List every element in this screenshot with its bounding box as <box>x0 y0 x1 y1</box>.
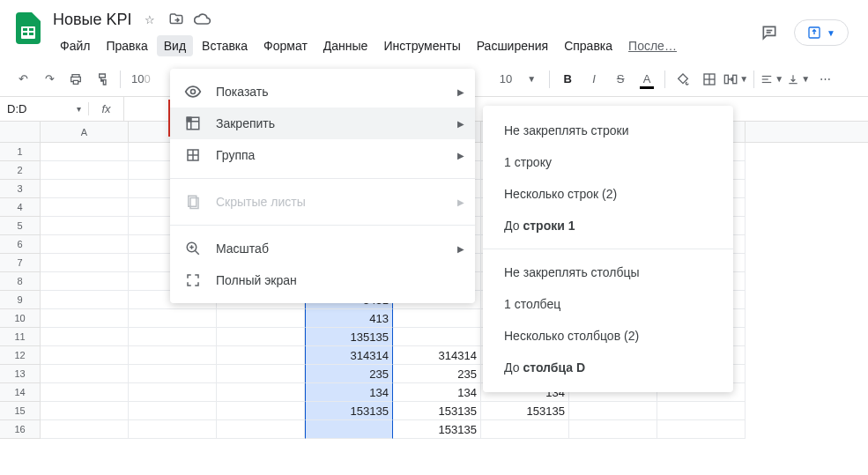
cell[interactable] <box>41 420 129 439</box>
cell[interactable] <box>305 420 393 439</box>
row-head[interactable]: 6 <box>0 235 41 254</box>
cell[interactable] <box>41 143 129 161</box>
cell[interactable]: 314314 <box>305 346 393 365</box>
cell[interactable] <box>129 328 217 346</box>
cell[interactable]: 153135 <box>393 402 481 420</box>
row-head[interactable]: 13 <box>0 365 41 383</box>
cell[interactable] <box>41 365 129 383</box>
cell[interactable]: 153135 <box>305 402 393 420</box>
cell[interactable]: 153135 <box>481 402 569 420</box>
cell[interactable]: 314314 <box>393 346 481 365</box>
view-freeze[interactable]: Закрепить ▶ <box>170 108 475 139</box>
cell[interactable] <box>217 346 305 365</box>
cell[interactable] <box>393 309 481 328</box>
cell[interactable] <box>41 328 129 346</box>
paint-format-button[interactable] <box>90 67 115 92</box>
view-fullscreen[interactable]: Полный экран <box>170 264 475 296</box>
fill-color-button[interactable] <box>671 67 695 92</box>
cell[interactable] <box>129 383 217 402</box>
borders-button[interactable] <box>697 67 722 92</box>
freeze-one-row[interactable]: 1 строку <box>483 146 733 178</box>
more-toolbar-button[interactable]: ⋯ <box>812 67 837 92</box>
cell[interactable] <box>129 402 217 420</box>
doc-title[interactable]: Новые KPI <box>53 11 132 29</box>
cell[interactable] <box>657 420 746 439</box>
cell[interactable] <box>657 402 746 420</box>
bold-button[interactable]: B <box>555 67 580 92</box>
cell[interactable] <box>217 420 305 439</box>
row-head[interactable]: 12 <box>0 346 41 365</box>
cell[interactable]: 413 <box>305 309 393 328</box>
row-head[interactable]: 1 <box>0 143 41 161</box>
text-color-button[interactable]: A <box>634 67 659 92</box>
freeze-no-rows[interactable]: Не закреплять строки <box>483 115 733 146</box>
move-icon[interactable] <box>167 11 185 28</box>
cell[interactable] <box>41 217 129 235</box>
halign-button[interactable]: ▼ <box>760 67 784 92</box>
cell[interactable] <box>41 180 129 198</box>
freeze-multi-rows[interactable]: Несколько строк (2) <box>483 178 733 210</box>
row-head[interactable]: 15 <box>0 402 41 420</box>
cell[interactable]: 153135 <box>393 420 481 439</box>
freeze-no-cols[interactable]: Не закреплять столбцы <box>483 256 733 288</box>
menu-last-edit[interactable]: После… <box>621 35 684 56</box>
cell[interactable]: 135135 <box>305 328 393 346</box>
view-group[interactable]: Группа ▶ <box>170 139 475 171</box>
cell[interactable]: 235 <box>393 365 481 383</box>
cell[interactable] <box>129 346 217 365</box>
cell[interactable] <box>217 309 305 328</box>
redo-button[interactable]: ↷ <box>37 67 62 92</box>
cell[interactable] <box>217 402 305 420</box>
freeze-upto-row[interactable]: Достроки 1 <box>483 210 733 241</box>
select-all-corner[interactable] <box>0 122 41 142</box>
cell[interactable] <box>569 420 657 439</box>
menu-extensions[interactable]: Расширения <box>470 35 555 56</box>
strike-button[interactable]: S <box>608 67 633 92</box>
row-head[interactable]: 9 <box>0 291 41 309</box>
view-zoom[interactable]: Масштаб ▶ <box>170 233 475 264</box>
cell[interactable] <box>569 402 657 420</box>
cloud-icon[interactable] <box>194 11 211 28</box>
cell[interactable] <box>129 420 217 439</box>
row-head[interactable]: 8 <box>0 272 41 291</box>
row-head[interactable]: 10 <box>0 309 41 328</box>
row-head[interactable]: 14 <box>0 383 41 402</box>
row-head[interactable]: 2 <box>0 161 41 180</box>
zoom-value[interactable]: 100 <box>126 72 156 85</box>
name-box[interactable]: D:D▾ <box>0 102 88 115</box>
cell[interactable]: 235 <box>305 365 393 383</box>
row-head[interactable]: 16 <box>0 420 41 439</box>
cell[interactable] <box>41 254 129 272</box>
cell[interactable] <box>481 420 569 439</box>
row-head[interactable]: 3 <box>0 180 41 198</box>
font-size[interactable]: 10 <box>494 72 517 85</box>
cell[interactable] <box>217 365 305 383</box>
freeze-multi-cols[interactable]: Несколько столбцов (2) <box>483 320 733 352</box>
undo-button[interactable]: ↶ <box>11 67 35 92</box>
cell[interactable] <box>41 309 129 328</box>
sheets-logo[interactable] <box>11 11 46 46</box>
cell[interactable] <box>217 328 305 346</box>
cell[interactable] <box>41 402 129 420</box>
cell[interactable] <box>217 383 305 402</box>
menu-tools[interactable]: Инструменты <box>376 35 467 56</box>
cell[interactable]: 134 <box>393 383 481 402</box>
share-button[interactable]: ▼ <box>794 19 849 46</box>
cell[interactable] <box>41 346 129 365</box>
menu-insert[interactable]: Вставка <box>195 35 255 56</box>
star-icon[interactable]: ☆ <box>141 11 159 28</box>
cell[interactable] <box>41 291 129 309</box>
cell[interactable] <box>41 383 129 402</box>
row-head[interactable]: 5 <box>0 217 41 235</box>
comments-icon[interactable] <box>760 24 778 41</box>
cell[interactable] <box>129 365 217 383</box>
freeze-upto-col[interactable]: Достолбца D <box>483 352 733 383</box>
view-show[interactable]: Показать ▶ <box>170 76 475 108</box>
cell[interactable] <box>129 309 217 328</box>
freeze-one-col[interactable]: 1 столбец <box>483 288 733 320</box>
row-head[interactable]: 4 <box>0 198 41 217</box>
font-size-dropdown[interactable]: ▼ <box>519 67 544 92</box>
menu-help[interactable]: Справка <box>557 35 619 56</box>
print-button[interactable] <box>63 67 88 92</box>
cell[interactable] <box>41 198 129 217</box>
